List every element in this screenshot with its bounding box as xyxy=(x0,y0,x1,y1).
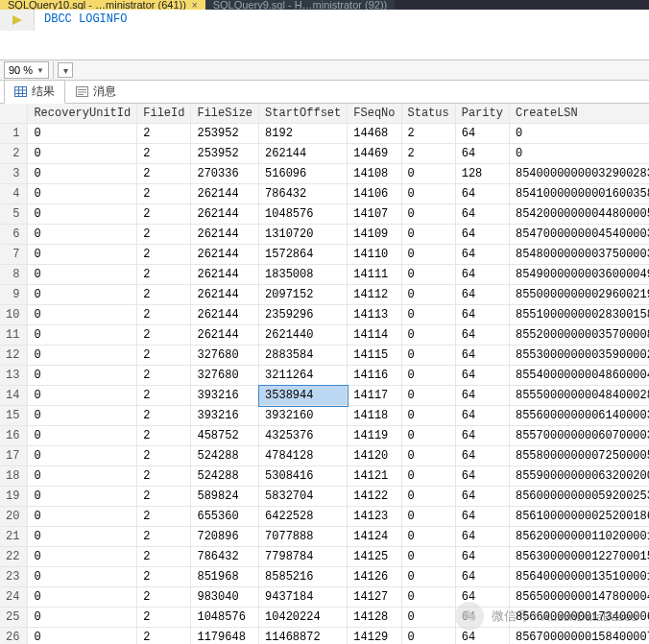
grid-cell[interactable]: 2 xyxy=(137,466,191,487)
grid-cell[interactable]: 64 xyxy=(455,386,509,406)
grid-cell[interactable]: 85400000000032900283 xyxy=(509,164,649,184)
grid-cell[interactable]: 0 xyxy=(28,547,137,567)
row-number[interactable]: 7 xyxy=(0,245,28,265)
grid-cell[interactable]: 0 xyxy=(401,487,455,507)
col-fileid[interactable]: FileId xyxy=(137,104,191,124)
grid-cell[interactable]: 85640000000135100001 xyxy=(509,567,649,587)
grid-cell[interactable]: 0 xyxy=(28,184,137,204)
grid-cell[interactable]: 2 xyxy=(137,567,191,587)
table-row[interactable]: 2402983040943718414127064856500000001478… xyxy=(0,587,649,608)
grid-cell[interactable]: 2 xyxy=(137,386,191,406)
grid-cell[interactable]: 14111 xyxy=(348,265,401,285)
col-startoffset[interactable]: StartOffset xyxy=(259,104,348,124)
grid-cell[interactable]: 655360 xyxy=(191,507,259,527)
grid-cell[interactable]: 0 xyxy=(401,164,455,184)
grid-cell[interactable]: 0 xyxy=(28,144,137,164)
grid-cell[interactable]: 0 xyxy=(28,507,137,527)
grid-cell[interactable]: 4784128 xyxy=(259,446,348,466)
grid-cell[interactable]: 262144 xyxy=(259,144,348,164)
grid-cell[interactable]: 64 xyxy=(455,245,509,265)
grid-cell[interactable]: 2097152 xyxy=(259,285,348,305)
grid-cell[interactable]: 0 xyxy=(28,305,137,325)
grid-cell[interactable]: 14107 xyxy=(348,204,401,225)
grid-cell[interactable]: 0 xyxy=(401,628,455,645)
row-number[interactable]: 23 xyxy=(0,567,28,587)
table-row[interactable]: 2102720896707788814124064856200000001102… xyxy=(0,527,649,547)
table-row[interactable]: 1402393216353894414117064855500000000484… xyxy=(0,386,649,406)
col-status[interactable]: Status xyxy=(401,104,455,124)
grid-cell[interactable]: 0 xyxy=(28,225,137,245)
grid-cell[interactable]: 1835008 xyxy=(259,265,348,285)
col-fseqno[interactable]: FSeqNo xyxy=(348,104,401,124)
grid-cell[interactable]: 0 xyxy=(28,406,137,426)
row-number[interactable]: 4 xyxy=(0,184,28,204)
table-row[interactable]: 2602117964811468872141290648567000000015… xyxy=(0,628,649,645)
grid-cell[interactable]: 0 xyxy=(401,184,455,204)
grid-cell[interactable]: 0 xyxy=(28,285,137,305)
tab-results[interactable]: 结果 xyxy=(4,80,65,104)
grid-cell[interactable]: 14124 xyxy=(348,527,401,547)
grid-cell[interactable]: 85420000000044800005 xyxy=(509,204,649,225)
grid-cell[interactable]: 0 xyxy=(28,366,137,386)
grid-cell[interactable]: 85510000000028300158 xyxy=(509,305,649,325)
grid-cell[interactable]: 2 xyxy=(137,608,191,628)
table-row[interactable]: 1902589824583270414122064856000000000592… xyxy=(0,487,649,507)
grid-cell[interactable]: 64 xyxy=(455,346,509,366)
grid-cell[interactable]: 14129 xyxy=(348,628,401,645)
grid-cell[interactable]: 85480000000037500003 xyxy=(509,245,649,265)
grid-cell[interactable]: 8192 xyxy=(259,124,348,144)
grid-cell[interactable]: 2 xyxy=(137,487,191,507)
grid-cell[interactable]: 589824 xyxy=(191,487,259,507)
row-number[interactable]: 18 xyxy=(0,466,28,487)
grid-cell[interactable]: 0 xyxy=(401,527,455,547)
tab-messages[interactable]: 消息 xyxy=(65,80,127,104)
grid-cell[interactable]: 0 xyxy=(28,466,137,487)
table-row[interactable]: 2202786432779878414125064856300000001227… xyxy=(0,547,649,567)
grid-cell[interactable]: 14122 xyxy=(348,487,401,507)
grid-cell[interactable]: 14106 xyxy=(348,184,401,204)
grid-cell[interactable]: 0 xyxy=(401,265,455,285)
grid-cell[interactable]: 0 xyxy=(28,245,137,265)
grid-cell[interactable]: 2 xyxy=(137,204,191,225)
editor-tab-inactive[interactable]: SQLQuery9.sql - H…ministrator (92)) xyxy=(205,0,396,10)
grid-cell[interactable]: 64 xyxy=(455,567,509,587)
grid-cell[interactable]: 0 xyxy=(28,567,137,587)
grid-cell[interactable]: 85610000000025200186 xyxy=(509,507,649,527)
table-row[interactable]: 202253952262144144692640 xyxy=(0,144,649,164)
row-number[interactable]: 6 xyxy=(0,225,28,245)
grid-cell[interactable]: 2 xyxy=(137,124,191,144)
grid-cell[interactable]: 2 xyxy=(137,184,191,204)
grid-cell[interactable]: 0 xyxy=(401,285,455,305)
grid-cell[interactable]: 2 xyxy=(137,245,191,265)
grid-cell[interactable]: 4325376 xyxy=(259,426,348,446)
grid-cell[interactable]: 327680 xyxy=(191,366,259,386)
grid-cell[interactable]: 0 xyxy=(28,325,137,346)
grid-cell[interactable]: 64 xyxy=(455,547,509,567)
grid-cell[interactable]: 85650000000147800004 xyxy=(509,587,649,608)
table-row[interactable]: 1022539528192144682640 xyxy=(0,124,649,144)
row-number[interactable]: 2 xyxy=(0,144,28,164)
grid-cell[interactable]: 2 xyxy=(137,144,191,164)
grid-cell[interactable]: 64 xyxy=(455,466,509,487)
grid-cell[interactable]: 0 xyxy=(401,426,455,446)
grid-cell[interactable]: 64 xyxy=(455,446,509,466)
table-row[interactable]: 8022621441835008141110648549000000003600… xyxy=(0,265,649,285)
grid-cell[interactable]: 85520000000035700008 xyxy=(509,325,649,346)
grid-cell[interactable]: 64 xyxy=(455,305,509,325)
grid-cell[interactable]: 5308416 xyxy=(259,466,348,487)
grid-cell[interactable]: 64 xyxy=(455,426,509,446)
grid-cell[interactable]: 64 xyxy=(455,325,509,346)
grid-cell[interactable]: 0 xyxy=(401,608,455,628)
grid-cell[interactable]: 851968 xyxy=(191,567,259,587)
table-row[interactable]: 9022621442097152141120648550000000002960… xyxy=(0,285,649,305)
grid-cell[interactable]: 10420224 xyxy=(259,608,348,628)
col-rowheader[interactable] xyxy=(0,104,28,124)
row-number[interactable]: 11 xyxy=(0,325,28,346)
table-row[interactable]: 2002655360642252814123064856100000000252… xyxy=(0,507,649,527)
grid-cell[interactable]: 14113 xyxy=(348,305,401,325)
grid-cell[interactable]: 786432 xyxy=(259,184,348,204)
grid-cell[interactable]: 6422528 xyxy=(259,507,348,527)
grid-cell[interactable]: 85500000000029600219 xyxy=(509,285,649,305)
grid-cell[interactable]: 2 xyxy=(137,325,191,346)
grid-cell[interactable]: 2 xyxy=(137,507,191,527)
